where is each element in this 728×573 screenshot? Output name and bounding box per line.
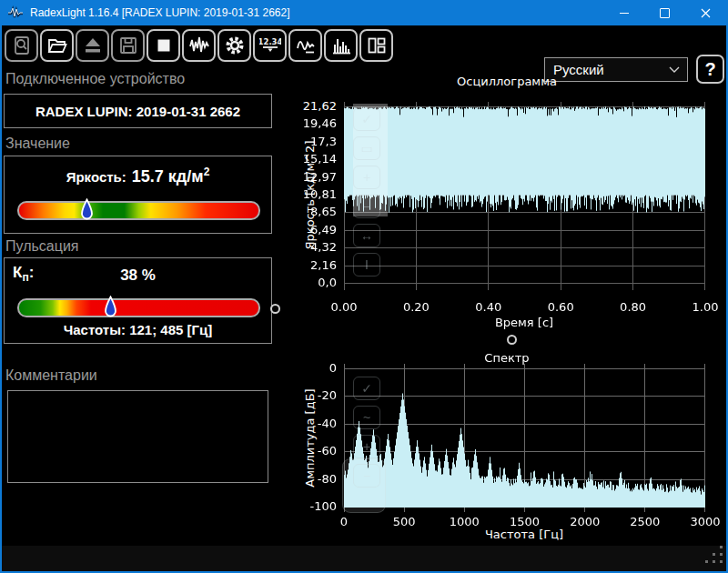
tick-label: 500 (381, 515, 427, 528)
chart-tool-fit-horizontal-icon[interactable]: ↔ (353, 224, 380, 247)
pulsation-section-label: Пульсация (5, 238, 78, 255)
tick-label: 6,49 (280, 223, 337, 236)
brightness-reading: Яркость:15.7 кд/м2 (5, 166, 271, 186)
spectrum-plot[interactable] (344, 360, 705, 515)
device-name: RADEX LUPIN: 2019-01-31 2662 (35, 104, 240, 119)
close-icon (701, 8, 711, 18)
spectrum-chart-button[interactable] (324, 29, 358, 62)
resize-grip[interactable] (703, 546, 723, 566)
title-bar[interactable]: RadexLight 1.16.4 [RADEX LUPIN: 2019-01-… (0, 0, 728, 25)
waveform-icon (188, 35, 210, 56)
tick-label: 2000 (562, 515, 608, 528)
pulsation-handle-ring (270, 304, 280, 314)
tick-label: 0,0 (280, 276, 337, 289)
tick-label: 19,46 (280, 116, 337, 130)
tick-label: 2500 (622, 515, 668, 528)
svg-text:12.34: 12.34 (259, 37, 281, 46)
curve-chart-button[interactable] (288, 29, 322, 62)
tick-label: -80 (280, 472, 337, 486)
device-section-label: Подключенное устройство (5, 71, 185, 87)
doc-search-icon (11, 35, 33, 56)
minimize-icon (620, 13, 629, 14)
spectrum-ghost-control[interactable] (342, 458, 386, 513)
app-window: RadexLight 1.16.4 [RADEX LUPIN: 2019-01-… (0, 0, 728, 573)
bar-chart-icon (330, 35, 352, 56)
tick-label: 0.40 (466, 300, 511, 314)
tick-label: 0 (321, 515, 367, 528)
kp-value: 38 % (5, 266, 271, 285)
oscillogram-plot[interactable] (344, 96, 705, 295)
tick-label: 3000 (682, 515, 728, 528)
settings-button[interactable] (217, 29, 251, 62)
spectrum-xlabel: Частота [Гц] (433, 528, 615, 541)
maximize-button[interactable] (644, 0, 685, 25)
line-chart-icon (295, 35, 317, 56)
numeric-display-button[interactable]: 12.34 (253, 29, 287, 62)
close-button[interactable] (685, 0, 726, 25)
open-folder-icon (46, 35, 68, 56)
layout-icon (366, 35, 388, 56)
value-section-label: Значение (5, 136, 70, 152)
spectrum-title: Спектр (370, 351, 643, 365)
device-name-box: RADEX LUPIN: 2019-01-31 2662 (4, 94, 272, 128)
status-bar (0, 546, 728, 571)
brightness-label: Яркость: (66, 169, 126, 185)
comments-section-label: Комментарии (5, 367, 97, 384)
toolbar-buttons: 12.34 (5, 29, 393, 62)
chart-tool-check-icon[interactable]: ✓ (353, 107, 380, 131)
gear-icon (224, 35, 246, 56)
numeric-1234-icon: 12.34 (259, 35, 281, 56)
tick-label: 0.00 (321, 300, 367, 314)
window-title: RadexLight 1.16.4 [RADEX LUPIN: 2019-01-… (30, 6, 290, 19)
app-logo-icon (7, 5, 24, 20)
brightness-marker-icon (80, 198, 94, 224)
chart-tool-check-icon[interactable]: ✓ (353, 377, 380, 400)
pulsation-scale (17, 298, 260, 317)
minimize-button[interactable] (603, 0, 644, 25)
help-icon: ? (704, 59, 715, 80)
brightness-panel: Яркость:15.7 кд/м2 (4, 156, 272, 234)
oscillogram-xlabel: Время [с] (433, 316, 615, 329)
chart-tool-envelope-icon[interactable]: ~ (353, 406, 380, 429)
tick-label: 17,3 (280, 135, 337, 148)
chevron-down-icon (669, 66, 680, 74)
toolbar: 12.34 Русский ? (0, 25, 728, 67)
stop-square-icon (153, 35, 175, 56)
tick-label: 10,81 (280, 187, 337, 201)
tick-label: -40 (280, 417, 337, 430)
help-button[interactable]: ? (696, 55, 724, 84)
tick-label: 0.20 (393, 300, 439, 314)
chart-tool-select-rect-icon[interactable]: ▭ (353, 136, 380, 160)
pulsation-marker-icon (104, 296, 117, 321)
tick-label: 0.60 (538, 300, 583, 314)
tick-label: -100 (280, 499, 337, 513)
maximize-icon (660, 8, 670, 18)
layout-panels-button[interactable] (359, 29, 393, 62)
comments-input[interactable] (7, 390, 268, 483)
report-search-button[interactable] (5, 29, 38, 62)
frequencies-value: Частоты: 121; 485 [Гц] (5, 322, 271, 337)
oscillogram-title: Осциллограмма (370, 75, 643, 88)
brightness-value: 15.7 кд/м2 (132, 167, 210, 186)
chart-splitter-ring (507, 335, 517, 345)
tick-label: -60 (280, 444, 337, 457)
chart-tool-zoom-in-icon[interactable]: + (353, 166, 380, 189)
chart-tool-cursor-icon[interactable]: I (353, 253, 380, 276)
save-file-button[interactable] (111, 29, 145, 62)
tick-label: 21,62 (280, 99, 337, 113)
tick-label: 8,65 (280, 205, 337, 218)
stop-measurement-button[interactable] (147, 29, 180, 62)
floppy-save-icon (117, 35, 139, 56)
tick-label: -20 (280, 388, 337, 402)
tick-label: 2,16 (280, 258, 337, 272)
oscillogram-view-button[interactable] (182, 29, 216, 62)
chart-tool-zoom-in-icon[interactable]: + (353, 435, 380, 458)
tick-label: 4,32 (280, 240, 337, 254)
brightness-scale (17, 201, 260, 220)
chart-tool-zoom-out-icon[interactable]: − (353, 195, 380, 218)
spectrum-ylabel: Амплитуда [дБ] (303, 361, 317, 516)
tick-label: 15,14 (280, 152, 337, 166)
eject-device-button[interactable] (76, 29, 109, 62)
tick-label: 1500 (502, 515, 548, 528)
open-file-button[interactable] (40, 29, 74, 62)
